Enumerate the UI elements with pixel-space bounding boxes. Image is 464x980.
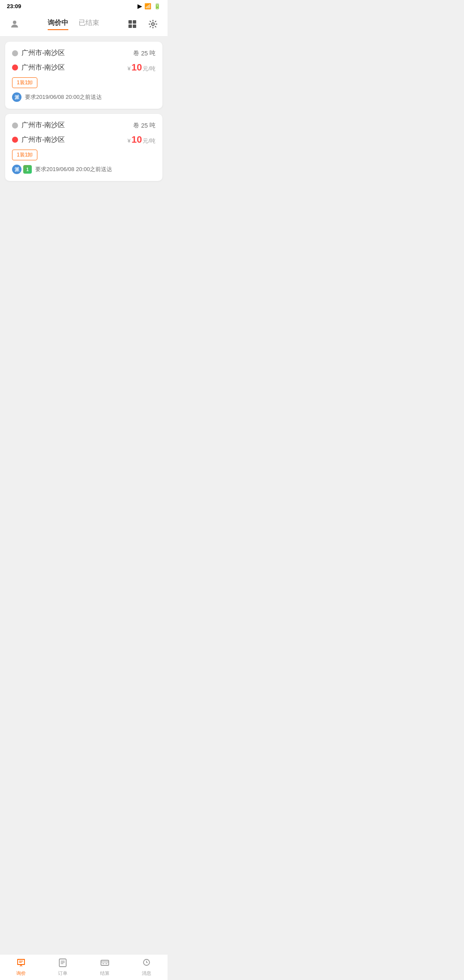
status-icons: ▶ 📶 🔋 <box>137 3 161 9</box>
card-2-volume-label: 卷 <box>133 122 139 129</box>
card-1-tag-row: 1装1卸 <box>12 77 156 88</box>
origin-dot-2 <box>12 122 18 129</box>
card-2-dispatch-badge: 派 <box>12 165 21 174</box>
card-2-origin: 广州市-南沙区 <box>12 121 65 130</box>
nav-tabs: 询价中 已结束 <box>48 18 99 30</box>
profile-button[interactable] <box>7 16 22 32</box>
card-2-price-unit: 元/吨 <box>143 137 156 145</box>
grid-icon <box>128 19 137 29</box>
card-2-meta: 卷 25 吨 <box>133 122 156 129</box>
card-1-meta: 卷 25 吨 <box>133 49 156 57</box>
card-2-badges: 派 1 <box>12 165 32 174</box>
card-1-weight: 25 <box>141 50 148 57</box>
svg-rect-2 <box>133 20 136 24</box>
battery-icon: 🔋 <box>154 3 161 9</box>
card-1-tag: 1装1卸 <box>12 77 37 88</box>
play-icon: ▶ <box>137 3 142 9</box>
card-1-destination: 广州市-南沙区 <box>12 63 65 72</box>
card-2-dest-label: 广州市-南沙区 <box>21 135 65 144</box>
nav-right-icons <box>125 16 161 32</box>
card-2-price-amount: 10 <box>131 134 142 145</box>
svg-point-5 <box>152 23 154 25</box>
card-2-weight-unit: 吨 <box>150 122 156 129</box>
card-2-origin-row: 广州市-南沙区 卷 25 吨 <box>12 121 156 130</box>
svg-point-0 <box>13 21 16 24</box>
top-nav: 询价中 已结束 <box>0 12 168 37</box>
card-1-price: ¥ 10 元/吨 <box>128 62 156 73</box>
card-2-price-symbol: ¥ <box>128 138 131 144</box>
signal-icon: 📶 <box>144 3 151 9</box>
card-2-weight: 25 <box>141 122 148 129</box>
card-2-price: ¥ 10 元/吨 <box>128 134 156 145</box>
card-2[interactable]: 广州市-南沙区 卷 25 吨 广州市-南沙区 ¥ 10 元/吨 1装1卸 <box>5 114 162 181</box>
card-2-requirement-row: 派 1 要求2019/06/08 20:00之前送达 <box>12 165 156 174</box>
card-2-origin-label: 广州市-南沙区 <box>21 121 65 130</box>
settings-button[interactable] <box>145 16 161 32</box>
card-1-requirement: 要求2019/06/08 20:00之前送达 <box>25 93 102 101</box>
card-2-tag-row: 1装1卸 <box>12 150 156 160</box>
main-content: 广州市-南沙区 卷 25 吨 广州市-南沙区 ¥ 10 元/吨 1装1卸 派 <box>0 37 168 186</box>
svg-rect-1 <box>128 20 132 24</box>
svg-rect-3 <box>128 24 132 28</box>
card-1-origin-row: 广州市-南沙区 卷 25 吨 <box>12 49 156 58</box>
card-1-origin: 广州市-南沙区 <box>12 49 65 58</box>
card-1-dispatch-badge: 派 <box>12 92 21 102</box>
grid-button[interactable] <box>125 16 140 32</box>
status-time: 23:09 <box>7 3 21 9</box>
person-icon <box>9 19 20 29</box>
card-1-dest-label: 广州市-南沙区 <box>21 63 65 72</box>
origin-dot-1 <box>12 50 18 56</box>
card-2-tag: 1装1卸 <box>12 150 37 160</box>
card-1-origin-label: 广州市-南沙区 <box>21 49 65 58</box>
card-1[interactable]: 广州市-南沙区 卷 25 吨 广州市-南沙区 ¥ 10 元/吨 1装1卸 派 <box>5 42 162 109</box>
dest-dot-2 <box>12 137 18 143</box>
tab-active[interactable]: 询价中 <box>48 18 68 30</box>
card-1-volume-label: 卷 <box>133 49 139 57</box>
tab-ended[interactable]: 已结束 <box>79 18 99 30</box>
status-bar: 23:09 ▶ 📶 🔋 <box>0 0 168 12</box>
svg-rect-4 <box>133 24 136 28</box>
card-1-price-unit: 元/吨 <box>143 65 156 73</box>
card-2-dest-row: 广州市-南沙区 ¥ 10 元/吨 <box>12 134 156 145</box>
card-1-weight-unit: 吨 <box>150 49 156 57</box>
card-1-price-amount: 10 <box>131 62 142 73</box>
card-1-requirement-row: 派 要求2019/06/08 20:00之前送达 <box>12 92 156 102</box>
card-2-requirement: 要求2019/06/08 20:00之前送达 <box>35 165 112 173</box>
card-2-num-badge: 1 <box>23 165 32 174</box>
dest-dot-1 <box>12 64 18 70</box>
card-1-price-symbol: ¥ <box>128 65 131 72</box>
settings-icon <box>148 19 158 29</box>
card-1-dest-row: 广州市-南沙区 ¥ 10 元/吨 <box>12 62 156 73</box>
card-2-destination: 广州市-南沙区 <box>12 135 65 144</box>
